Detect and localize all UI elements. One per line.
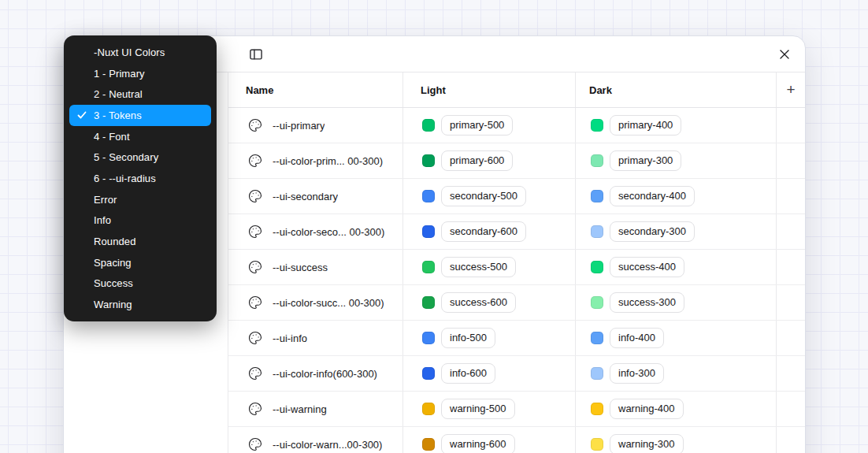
dark-mode-value-cell[interactable]: success-300: [575, 285, 776, 320]
dark-mode-value-cell[interactable]: primary-300: [575, 143, 776, 178]
dark-mode-value-cell[interactable]: warning-300: [575, 427, 776, 453]
color-swatch[interactable]: [591, 438, 603, 451]
menu-item[interactable]: Rounded: [64, 231, 217, 252]
row-extra-cell: [776, 108, 805, 143]
color-alias-pill[interactable]: secondary-300: [610, 221, 695, 242]
color-alias-pill[interactable]: info-600: [441, 363, 495, 384]
toggle-sidebar-button[interactable]: [245, 43, 267, 65]
dark-mode-value-cell[interactable]: warning-400: [575, 392, 776, 426]
dark-mode-value-cell[interactable]: info-400: [575, 321, 776, 355]
light-mode-value-cell[interactable]: success-600: [402, 285, 575, 320]
menu-item[interactable]: -Nuxt UI Colors: [64, 42, 217, 63]
menu-item[interactable]: Success: [64, 273, 217, 295]
color-alias-pill[interactable]: primary-300: [610, 150, 681, 171]
light-mode-value-cell[interactable]: info-500: [402, 321, 575, 355]
light-mode-value-cell[interactable]: warning-600: [402, 427, 575, 453]
color-alias-pill[interactable]: secondary-600: [441, 221, 526, 242]
color-alias-pill[interactable]: success-600: [441, 292, 516, 313]
color-swatch[interactable]: [422, 367, 435, 380]
menu-item[interactable]: Error: [64, 189, 217, 210]
color-alias-pill[interactable]: info-300: [610, 363, 664, 384]
color-swatch[interactable]: [422, 225, 435, 238]
menu-item-label: Rounded: [94, 236, 135, 247]
color-alias-pill[interactable]: warning-500: [441, 399, 515, 419]
color-swatch[interactable]: [422, 190, 435, 202]
menu-item[interactable]: 6 - --ui-radius: [64, 168, 217, 189]
color-alias-pill[interactable]: secondary-400: [610, 186, 695, 206]
color-alias-pill[interactable]: secondary-500: [441, 186, 526, 206]
color-alias-pill[interactable]: success-300: [610, 292, 684, 313]
row-extra-cell: [776, 250, 805, 284]
variable-name-cell[interactable]: --ui-warning: [228, 392, 402, 426]
variable-name: --ui-color-info(600-300): [273, 368, 377, 380]
close-button[interactable]: [773, 43, 796, 65]
color-alias-pill[interactable]: warning-400: [610, 399, 684, 419]
color-alias-pill[interactable]: warning-300: [610, 434, 684, 453]
variable-name: --ui-info: [273, 332, 307, 344]
menu-item[interactable]: Info: [64, 210, 217, 232]
color-swatch[interactable]: [422, 438, 435, 451]
color-alias-pill[interactable]: primary-500: [441, 115, 513, 136]
table-row: --ui-success success-500 success-400: [228, 250, 805, 285]
row-extra-cell: [776, 143, 805, 178]
table-row: --ui-color-seco... 00-300) secondary-600…: [228, 214, 805, 250]
light-mode-value-cell[interactable]: primary-600: [402, 143, 575, 178]
dark-mode-value-cell[interactable]: info-300: [575, 356, 776, 391]
color-alias-pill[interactable]: success-400: [610, 257, 684, 277]
variable-name-cell[interactable]: --ui-color-info(600-300): [228, 356, 402, 391]
menu-item[interactable]: Spacing: [64, 252, 217, 273]
color-swatch[interactable]: [422, 119, 435, 132]
color-swatch[interactable]: [591, 296, 603, 309]
variable-name-cell[interactable]: --ui-info: [228, 321, 402, 355]
row-extra-cell: [776, 285, 805, 320]
dark-mode-value-cell[interactable]: success-400: [575, 250, 776, 284]
color-alias-pill[interactable]: info-500: [441, 328, 495, 348]
color-swatch[interactable]: [422, 332, 435, 344]
menu-item[interactable]: 5 - Secondary: [64, 147, 217, 168]
palette-icon: [248, 225, 262, 239]
color-swatch[interactable]: [591, 332, 603, 344]
variable-name-cell[interactable]: --ui-color-seco... 00-300): [228, 214, 402, 249]
menu-item[interactable]: Warning: [64, 294, 217, 315]
color-swatch[interactable]: [422, 261, 435, 273]
menu-item[interactable]: 3 - Tokens: [69, 105, 211, 126]
color-swatch[interactable]: [422, 296, 435, 309]
variable-name-cell[interactable]: --ui-color-succ... 00-300): [228, 285, 402, 320]
color-swatch[interactable]: [591, 225, 603, 238]
variable-name-cell[interactable]: --ui-primary: [228, 108, 402, 143]
add-mode-button[interactable]: +: [776, 72, 805, 107]
color-alias-pill[interactable]: warning-600: [441, 434, 515, 453]
figma-canvas: { "background": { "base_color": "#F6F7FB…: [0, 0, 868, 453]
color-alias-pill[interactable]: success-500: [441, 257, 516, 277]
light-mode-value-cell[interactable]: secondary-600: [402, 214, 575, 249]
color-swatch[interactable]: [422, 403, 435, 415]
color-alias-pill[interactable]: primary-400: [610, 115, 681, 136]
color-swatch[interactable]: [591, 261, 603, 273]
light-mode-value-cell[interactable]: primary-500: [402, 108, 575, 143]
light-mode-value-cell[interactable]: info-600: [402, 356, 575, 391]
variable-name-cell[interactable]: --ui-color-prim... 00-300): [228, 143, 402, 178]
dark-mode-value-cell[interactable]: secondary-400: [575, 179, 776, 214]
variable-name-cell[interactable]: --ui-color-warn...00-300): [228, 427, 402, 453]
menu-item[interactable]: 4 - Font: [64, 126, 217, 147]
variable-name-cell[interactable]: --ui-success: [228, 250, 402, 284]
color-swatch[interactable]: [591, 367, 603, 380]
color-swatch[interactable]: [591, 154, 603, 167]
color-swatch[interactable]: [591, 190, 603, 202]
palette-icon: [248, 366, 262, 381]
light-mode-value-cell[interactable]: success-500: [402, 250, 575, 284]
color-swatch[interactable]: [591, 119, 603, 132]
checkmark-icon: [76, 109, 88, 121]
palette-icon: [248, 118, 262, 132]
color-alias-pill[interactable]: info-400: [610, 328, 664, 348]
color-swatch[interactable]: [591, 403, 603, 415]
menu-item[interactable]: 1 - Primary: [64, 63, 217, 84]
light-mode-value-cell[interactable]: secondary-500: [402, 179, 575, 214]
light-mode-value-cell[interactable]: warning-500: [402, 392, 575, 426]
dark-mode-value-cell[interactable]: secondary-300: [575, 214, 776, 249]
menu-item[interactable]: 2 - Neutral: [64, 84, 217, 105]
color-alias-pill[interactable]: primary-600: [441, 150, 513, 171]
variable-name-cell[interactable]: --ui-secondary: [228, 179, 402, 214]
dark-mode-value-cell[interactable]: primary-400: [575, 108, 776, 143]
color-swatch[interactable]: [422, 154, 435, 167]
